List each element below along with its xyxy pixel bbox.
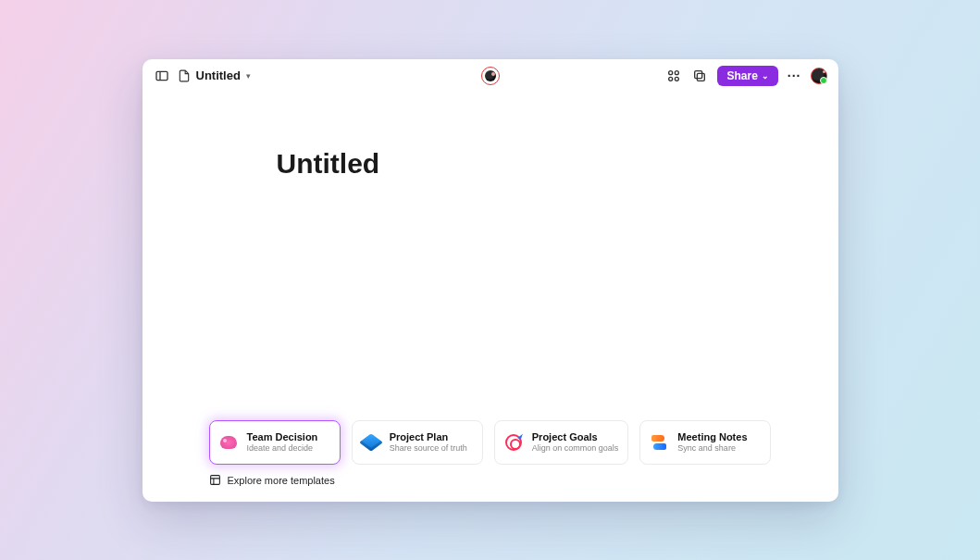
explore-label: Explore more templates [228,475,335,486]
template-title: Meeting Notes [677,431,747,443]
template-card-team-decision[interactable]: Team Decision Ideate and decide [209,420,341,465]
share-button[interactable]: Share ⌄ [717,66,777,86]
svg-point-3 [676,70,679,74]
doc-title-label: Untitled [196,68,241,82]
sidebar-toggle-icon[interactable] [154,68,170,84]
template-card-project-goals[interactable]: Project Goals Align on common goals [494,420,629,465]
template-subtitle: Share source of truth [390,443,467,454]
copy-icon[interactable] [691,68,708,84]
content-area: Untitled Team Decision Ideate and decide… [143,93,838,502]
brain-icon [219,433,238,452]
topbar: Untitled ▾ Share ⌄ ··· [143,59,838,93]
explore-more-templates[interactable]: Explore more templates [209,474,335,487]
svg-rect-8 [211,476,220,485]
chevron-down-icon: ▾ [246,71,251,81]
user-avatar[interactable] [811,68,827,84]
svg-rect-6 [698,73,705,81]
svg-point-4 [669,77,673,81]
template-subtitle: Align on common goals [532,443,619,454]
target-icon [504,433,523,452]
workspace-avatar[interactable] [481,67,500,85]
template-subtitle: Sync and share [677,443,747,454]
more-menu-button[interactable]: ··· [788,68,801,83]
svg-rect-7 [695,70,702,78]
template-title: Project Plan [390,431,467,443]
share-button-label: Share [726,69,757,82]
svg-point-5 [676,77,679,81]
svg-rect-0 [156,71,167,80]
svg-point-2 [669,70,673,74]
template-card-meeting-notes[interactable]: Meeting Notes Sync and share [639,420,771,465]
chevron-down-icon: ⌄ [762,71,769,81]
apps-icon[interactable] [665,68,682,84]
fish-icon [650,433,668,452]
cube-icon [362,433,380,452]
page-title[interactable]: Untitled [277,148,838,180]
template-title: Project Goals [532,431,619,443]
template-card-project-plan[interactable]: Project Plan Share source of truth [352,420,483,465]
app-window: Untitled ▾ Share ⌄ ··· Untitled [143,59,838,502]
doc-title-dropdown[interactable]: Untitled ▾ [178,68,251,82]
templates-row: Team Decision Ideate and decide Project … [209,420,772,465]
template-subtitle: Ideate and decide [247,443,318,454]
template-title: Team Decision [247,431,318,443]
template-grid-icon [209,474,222,487]
document-icon [178,69,191,82]
